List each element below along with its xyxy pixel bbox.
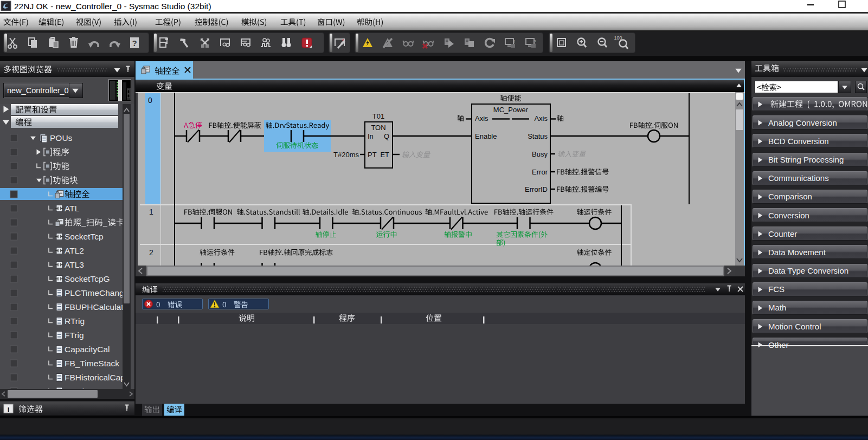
svg-text:POUs: POUs [50, 133, 73, 143]
svg-text:i: i [8, 405, 10, 413]
svg-text:In: In [368, 132, 374, 140]
svg-text:1: 1 [149, 208, 153, 216]
svg-text:MC_Power: MC_Power [493, 106, 529, 114]
svg-text:Motion Control: Motion Control [768, 322, 821, 331]
svg-text:T01: T01 [372, 112, 384, 120]
svg-text:Error: Error [532, 168, 548, 176]
svg-text:PT: PT [368, 151, 377, 159]
svg-text:?: ? [132, 38, 137, 48]
svg-text:Comparison: Comparison [768, 192, 812, 201]
svg-text:1: 1 [513, 39, 516, 44]
svg-text:Status: Status [528, 132, 548, 140]
svg-text:FBUPHCalculatic: FBUPHCalculatic [65, 302, 130, 312]
svg-text:100: 100 [614, 35, 622, 41]
svg-text:Math: Math [768, 303, 786, 312]
svg-text:Enable: Enable [475, 132, 497, 140]
svg-text:Communications: Communications [768, 173, 829, 183]
svg-text:FCS: FCS [768, 284, 785, 294]
svg-text:Other: Other [768, 340, 789, 350]
svg-text:FBMinuteCount: FBMinuteCount [65, 387, 123, 396]
svg-text:CapacityCal: CapacityCal [65, 345, 110, 354]
svg-text:Axis: Axis [534, 114, 548, 122]
svg-text:T#20ms: T#20ms [333, 151, 359, 159]
svg-text:RTrig: RTrig [65, 316, 85, 326]
svg-text:Data Movement: Data Movement [768, 248, 826, 257]
svg-text:Bit String Processing: Bit String Processing [768, 155, 844, 164]
svg-text:Counter: Counter [768, 229, 797, 238]
svg-text:TON: TON [371, 124, 385, 132]
svg-text:ATL3: ATL3 [65, 260, 84, 269]
svg-text:22NJ OK - new_Controller_0 - S: 22NJ OK - new_Controller_0 - Sysmac Stud… [14, 2, 211, 11]
svg-text:Q: Q [384, 132, 389, 140]
svg-text:ErrorID: ErrorID [525, 185, 548, 193]
svg-text:Axis: Axis [475, 114, 488, 122]
svg-text:SocketTcp: SocketTcp [65, 232, 104, 241]
svg-text:new_Controller_0: new_Controller_0 [7, 86, 69, 95]
svg-text:ATL2: ATL2 [65, 246, 84, 255]
svg-text:SocketTcpG: SocketTcpG [65, 274, 110, 283]
svg-text:ATL: ATL [65, 204, 80, 213]
svg-text:0: 0 [148, 96, 152, 105]
svg-text:Busy: Busy [532, 150, 548, 158]
svg-text:FB_TimeStack: FB_TimeStack [65, 359, 119, 368]
svg-text:2: 2 [533, 39, 536, 44]
svg-text:ET: ET [380, 151, 389, 159]
svg-text:Analog Conversion: Analog Conversion [768, 118, 837, 127]
svg-text:Conversion: Conversion [768, 211, 809, 220]
svg-text:PLCTimeChange: PLCTimeChange [65, 288, 128, 297]
svg-text:FTrig: FTrig [65, 331, 84, 340]
svg-text:FBHistoricalCapa: FBHistoricalCapa [65, 373, 130, 382]
svg-text:BCD Conversion: BCD Conversion [768, 137, 829, 146]
svg-text:Data Type Conversion: Data Type Conversion [768, 266, 848, 275]
svg-text:2: 2 [149, 248, 153, 257]
